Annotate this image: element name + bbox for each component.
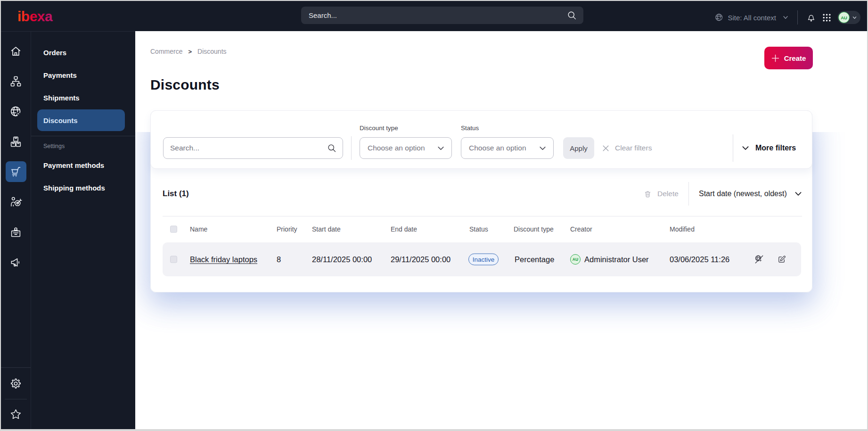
user-avatar: AU: [838, 12, 850, 23]
discount-type-select[interactable]: Choose an option: [360, 137, 452, 159]
apply-button[interactable]: Apply: [563, 137, 594, 159]
star-icon: [9, 408, 22, 421]
filter-search-input[interactable]: Search...: [163, 137, 343, 159]
delete-button[interactable]: Delete: [644, 190, 679, 198]
rail-item-home[interactable]: [6, 41, 26, 61]
commerce-sidebar: Orders Payments Shipments Discounts Sett…: [31, 31, 135, 429]
end-date-cell: 29/11/2025 00:00: [391, 255, 450, 264]
sidebar-item-shipping-methods[interactable]: Shipping methods: [37, 177, 125, 199]
sidebar-section-settings: Settings: [43, 143, 65, 149]
sidebar-item-label: Shipments: [43, 94, 80, 102]
global-search-input[interactable]: Search...: [301, 7, 583, 24]
icon-rail: [1, 31, 31, 429]
app-window: ibexa Search... Site: All context: [1, 1, 867, 429]
globe-icon: [715, 13, 724, 22]
discount-type-cell: Percentage: [515, 255, 554, 264]
filter-divider: [351, 136, 352, 160]
search-icon: [327, 143, 336, 153]
create-button[interactable]: Create: [764, 47, 813, 69]
column-header-name: Name: [190, 225, 207, 233]
rail-item-personalization[interactable]: [6, 191, 26, 212]
edit-icon: [777, 255, 786, 264]
content-tree-icon: [9, 75, 22, 88]
user-menu[interactable]: AU: [837, 11, 860, 24]
sort-dropdown[interactable]: Start date (newest, oldest): [699, 182, 802, 205]
breadcrumb: Commerce > Discounts: [150, 48, 227, 55]
ibexa-logo[interactable]: ibexa: [17, 8, 64, 25]
discount-name-link[interactable]: Black friday laptops: [190, 255, 257, 264]
table-row: Black friday laptops 8 28/11/2025 00:00 …: [163, 242, 801, 276]
delete-button-label: Delete: [657, 190, 679, 198]
main-content: Commerce > Discounts Create Discounts Se…: [135, 31, 867, 429]
rail-item-promotions[interactable]: [6, 252, 26, 273]
home-icon: [9, 45, 22, 58]
discount-type-label: Discount type: [360, 124, 398, 132]
more-filters-button[interactable]: More filters: [741, 137, 796, 159]
column-header-status: Status: [469, 225, 488, 233]
megaphone-icon: [9, 256, 22, 269]
cart-icon: [9, 166, 22, 178]
status-badge: Inactive: [468, 254, 499, 265]
breadcrumb-separator: >: [188, 48, 192, 55]
sidebar-item-payments[interactable]: Payments: [37, 64, 125, 86]
column-header-priority: Priority: [277, 225, 297, 233]
close-icon: [602, 144, 610, 152]
chevron-down-icon: [539, 144, 547, 152]
row-checkbox[interactable]: [170, 256, 177, 263]
logo-text: ibexa: [17, 8, 53, 24]
sidebar-item-label: Orders: [43, 49, 66, 57]
column-header-creator: Creator: [570, 225, 592, 233]
notifications-button[interactable]: [806, 13, 816, 22]
sidebar-item-label: Payment methods: [43, 161, 104, 169]
edit-button[interactable]: [777, 255, 786, 264]
clear-filters-button[interactable]: Clear filters: [602, 137, 652, 159]
select-all-checkbox[interactable]: [170, 226, 177, 233]
sidebar-item-label: Shipping methods: [43, 184, 105, 192]
bell-icon: [806, 13, 816, 22]
column-header-modified: Modified: [670, 225, 695, 233]
table-header-row: Name Priority Start date End date Status…: [151, 223, 812, 236]
rail-item-settings[interactable]: [6, 373, 26, 394]
modified-cell: 03/06/2025 11:26: [670, 255, 729, 264]
site-globe-icon: [9, 105, 22, 118]
filters-bar: Search... Discount type Choose an option…: [150, 110, 812, 169]
priority-cell: 8: [277, 255, 281, 264]
chevron-down-icon: [782, 14, 789, 21]
rail-item-corporate[interactable]: [6, 222, 26, 242]
badge-icon: [9, 226, 22, 239]
sidebar-item-payment-methods[interactable]: Payment methods: [37, 154, 125, 176]
breadcrumb-discounts[interactable]: Discounts: [197, 48, 226, 55]
plus-icon: [771, 54, 779, 62]
creator-avatar: AU: [570, 254, 581, 265]
creator-cell: Administrator User: [584, 255, 649, 264]
rail-item-products[interactable]: [6, 131, 26, 152]
status-select[interactable]: Choose an option: [461, 137, 554, 159]
list-title: List (1): [163, 189, 189, 199]
rail-item-site[interactable]: [6, 101, 26, 122]
sort-dropdown-value: Start date (newest, oldest): [699, 190, 787, 198]
sidebar-item-orders[interactable]: Orders: [37, 41, 125, 63]
site-context-selector[interactable]: Site: All context: [715, 13, 789, 22]
more-filters-label: More filters: [755, 144, 796, 152]
global-search-placeholder: Search...: [309, 11, 567, 19]
start-date-cell: 28/11/2025 00:00: [312, 255, 372, 264]
app-switcher-button[interactable]: [822, 13, 831, 22]
gear-icon: [9, 377, 22, 390]
chevron-down-icon: [852, 15, 857, 20]
sidebar-divider: [31, 136, 135, 136]
rail-item-content-tree[interactable]: [6, 71, 26, 91]
site-context-label: Site: All context: [728, 14, 776, 22]
status-label: Status: [461, 124, 479, 132]
grid-apps-icon: [822, 13, 831, 22]
top-bar: ibexa Search... Site: All context: [1, 1, 867, 31]
sidebar-item-shipments[interactable]: Shipments: [37, 87, 125, 108]
products-boxes-icon: [9, 135, 22, 148]
top-bar-right: Site: All context AU: [715, 2, 860, 33]
preview-disabled-button[interactable]: [754, 254, 764, 265]
rail-item-bookmarks[interactable]: [6, 404, 26, 424]
sidebar-item-discounts[interactable]: Discounts: [37, 109, 125, 131]
rail-item-commerce[interactable]: [6, 161, 26, 182]
discounts-card: Search... Discount type Choose an option…: [150, 110, 812, 292]
breadcrumb-commerce[interactable]: Commerce: [150, 48, 182, 55]
web-preview-slash-icon: [754, 254, 764, 265]
